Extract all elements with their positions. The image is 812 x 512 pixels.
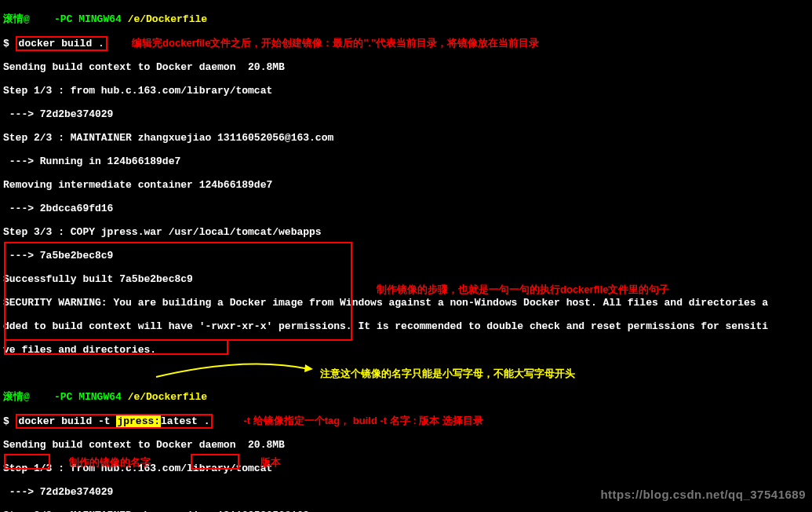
out1-l12: dded to build context will have '-rwxr-x… (3, 320, 809, 332)
prompt-line-2: 滚情@ -PC MINGW64 /e/Dockerfile (3, 391, 809, 403)
cmd-line-2: $ docker build -t jpress:latest . -t 给镜像… (3, 415, 809, 427)
annotation-tag: -t 给镜像指定一个tag， build -t 名字 : 版本 选择目录 (243, 415, 482, 426)
out1-l9: ---> 7a5be2bec8c9 (3, 250, 809, 261)
out1-l8: Step 3/3 : COPY jpress.war /usr/local/to… (3, 226, 809, 238)
cmd-tag-jpress: jpress: (116, 415, 161, 427)
prompt-path: /e/Dockerfile (122, 13, 207, 25)
out1-l3: ---> 72d2be374029 (3, 108, 809, 120)
terminal-output: 滚情@ -PC MINGW64 /e/Dockerfile $ docker b… (0, 0, 812, 512)
out1-l2: Step 1/3 : from hub.c.163.com/library/to… (3, 85, 809, 97)
out1-l6: Removing intermediate container 124b6618… (3, 179, 809, 191)
annotation-steps: 制作镜像的步骤，也就是一句一句的执行dockerfile文件里的句子 (377, 283, 669, 297)
annotation-build: 编辑完dockerfile文件之后，开始创建镜像：最后的"."代表当前目录，将镜… (132, 37, 539, 49)
out1-l4: Step 2/3 : MAINTAINER zhangxuejiao 13116… (3, 132, 809, 144)
out1-l1: Sending build context to Docker daemon 2… (3, 61, 809, 73)
out2-l1: Sending build context to Docker daemon 2… (3, 439, 809, 451)
cmd-docker-build[interactable]: docker build . (16, 36, 107, 51)
prompt-path: /e/Dockerfile (122, 391, 207, 403)
out1-l13: ve files and directories. (3, 344, 809, 356)
prompt-line-1: 滚情@ -PC MINGW64 /e/Dockerfile (3, 13, 809, 25)
prompt-user: 滚情@ -PC MINGW64 (3, 391, 122, 403)
annotation-image-name: 制作的镜像的名字 (69, 455, 151, 470)
cmd-line-1: $ docker build . 编辑完dockerfile文件之后，开始创建镜… (3, 37, 809, 49)
annotation-version: 版本 (260, 455, 281, 470)
cmd-docker-build-t[interactable]: docker build -t jpress:latest . (16, 414, 213, 429)
annotation-lowercase: 注意这个镜像的名字只能是小写字母，不能大写字母开头 (320, 368, 575, 379)
out1-l7: ---> 2bdcca69fd16 (3, 203, 809, 214)
watermark: https://blog.csdn.net/qq_37541689 (600, 488, 806, 501)
prompt-user: 滚情@ -PC MINGW64 (3, 13, 122, 25)
arrow-icon (152, 360, 317, 383)
out1-l11: SECURITY WARNING: You are building a Doc… (3, 297, 809, 309)
annotation-lowercase-row: 注意这个镜像的名字只能是小写字母，不能大写字母开头 (3, 368, 809, 379)
out1-l5: ---> Running in 124b66189de7 (3, 155, 809, 167)
